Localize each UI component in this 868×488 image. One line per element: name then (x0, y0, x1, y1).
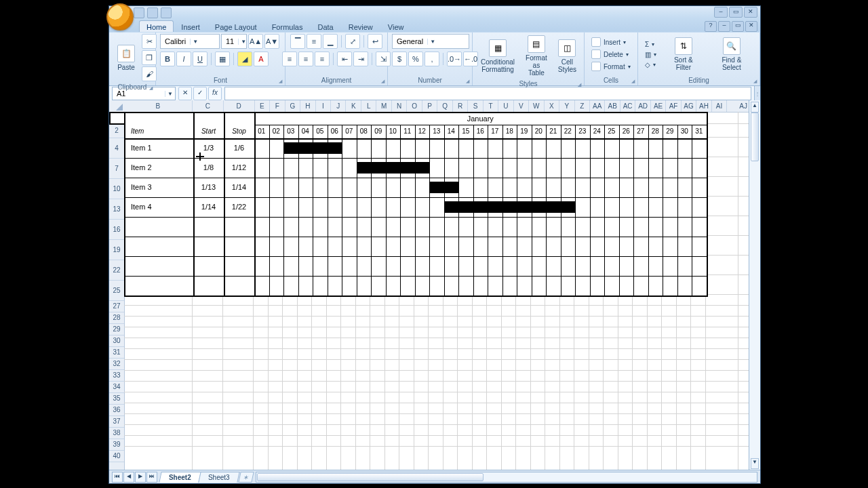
number-format-dropdown[interactable]: General▼ (392, 34, 469, 49)
column-header[interactable]: AG (682, 100, 696, 112)
column-header[interactable]: Y (559, 100, 574, 112)
wrap-text-button[interactable]: ↩ (368, 34, 382, 49)
column-header[interactable]: S (468, 100, 483, 112)
row-header[interactable]: 32 (109, 359, 124, 370)
row-header[interactable]: 22 (109, 260, 124, 281)
row-header[interactable]: 19 (109, 240, 124, 260)
cancel-formula-button[interactable]: ✕ (178, 87, 192, 100)
align-bottom-button[interactable]: ▁ (323, 34, 338, 49)
formula-bar-expand[interactable]: ⋮ (754, 86, 760, 101)
row-header[interactable]: 29 (109, 324, 124, 336)
qat-undo-icon[interactable] (147, 7, 158, 18)
align-center-button[interactable]: ≡ (298, 52, 313, 66)
column-header[interactable]: N (392, 100, 407, 112)
row-header[interactable]: 16 (109, 220, 124, 240)
column-header[interactable]: AE (651, 100, 666, 112)
horizontal-scrollbar[interactable] (256, 472, 758, 483)
tab-insert[interactable]: Insert (174, 20, 208, 32)
formula-input[interactable] (224, 87, 751, 100)
worksheet-grid[interactable]: BCDEFGHIJKLMNOPQRSTUVWXYZAAABACADAEAFAGA… (109, 100, 760, 470)
column-header[interactable]: D (224, 100, 255, 112)
percent-format-button[interactable]: % (408, 52, 423, 66)
column-header[interactable]: J (331, 100, 346, 112)
sheet-tab-1[interactable]: Sheet3 (198, 472, 239, 483)
column-header[interactable]: M (376, 100, 391, 112)
row-header[interactable]: 36 (109, 405, 124, 416)
tab-data[interactable]: Data (310, 20, 340, 32)
row-header[interactable]: 34 (109, 382, 124, 393)
last-sheet-button[interactable]: ⏭ (146, 472, 157, 483)
scroll-down-button[interactable]: ▼ (751, 458, 759, 469)
column-header[interactable]: AI (712, 100, 727, 112)
new-sheet-button[interactable]: ✶ (238, 472, 254, 483)
name-box-dropdown[interactable]: ▼ (165, 91, 175, 97)
sheet-tab-0[interactable]: Sheet2 (159, 472, 201, 483)
column-header[interactable]: AF (666, 100, 681, 112)
align-left-button[interactable]: ≡ (282, 52, 297, 66)
fill-button[interactable]: ▥▾ (642, 50, 659, 59)
clear-button[interactable]: ◇▾ (642, 60, 659, 69)
tab-review[interactable]: Review (341, 20, 380, 32)
column-header[interactable]: B (124, 100, 193, 112)
column-header[interactable]: H (300, 100, 315, 112)
row-header[interactable]: 7 (109, 159, 124, 179)
orientation-button[interactable]: ⤢ (345, 34, 360, 49)
row-header[interactable]: 35 (109, 393, 124, 405)
ribbon-help-icon[interactable]: ? (705, 21, 717, 32)
row-header[interactable]: 31 (109, 347, 124, 359)
paste-button[interactable]: 📋 Paste (113, 43, 139, 73)
bold-button[interactable]: B (160, 52, 175, 66)
borders-button[interactable]: ▦ (215, 52, 230, 66)
column-header[interactable]: O (407, 100, 422, 112)
close-button[interactable]: ✕ (744, 7, 757, 18)
column-header[interactable]: R (453, 100, 468, 112)
find-select-button[interactable]: 🔍Find & Select (708, 36, 755, 73)
comma-format-button[interactable]: , (425, 52, 439, 66)
italic-button[interactable]: I (176, 52, 191, 66)
column-header[interactable]: K (346, 100, 361, 112)
row-header[interactable]: 30 (109, 336, 124, 347)
row-header[interactable]: 13 (109, 199, 124, 220)
column-header[interactable]: AC (620, 100, 635, 112)
column-header[interactable]: C (193, 100, 224, 112)
column-header[interactable]: AA (590, 100, 605, 112)
ribbon-minimize-icon[interactable]: – (718, 21, 730, 32)
increase-decimal-button[interactable]: .0→ (447, 52, 462, 66)
column-header[interactable]: G (285, 100, 300, 112)
row-header[interactable]: 27 (109, 301, 124, 312)
font-size-dropdown[interactable]: 11▼ (221, 34, 247, 49)
office-button[interactable] (106, 3, 134, 30)
insert-cells-button[interactable]: Insert▾ (589, 37, 633, 47)
column-header[interactable]: Q (437, 100, 452, 112)
copy-button[interactable]: ❐ (142, 50, 157, 65)
column-header[interactable]: T (484, 100, 498, 112)
column-header[interactable]: L (361, 100, 376, 112)
insert-function-button[interactable]: fx (208, 87, 222, 100)
underline-button[interactable]: U (193, 52, 208, 66)
conditional-formatting-button[interactable]: ▦Conditional Formatting (477, 38, 519, 75)
scroll-up-button[interactable]: ▲ (751, 102, 759, 113)
column-header[interactable]: AB (605, 100, 620, 112)
first-sheet-button[interactable]: ⏮ (112, 472, 123, 483)
cells-area[interactable]: JanuaryItemStartStop01020304050607080910… (124, 112, 760, 470)
horizontal-scroll-thumb[interactable] (257, 473, 484, 481)
delete-cells-button[interactable]: Delete▾ (589, 49, 633, 60)
select-all-corner[interactable] (109, 100, 125, 113)
cut-button[interactable]: ✂ (142, 34, 157, 49)
row-header[interactable]: 40 (109, 451, 124, 462)
column-header[interactable]: V (514, 100, 529, 112)
enter-formula-button[interactable]: ✓ (193, 87, 207, 100)
align-top-button[interactable]: ▔ (290, 34, 305, 49)
row-header[interactable]: 1 (109, 112, 124, 124)
column-header[interactable]: AH (696, 100, 711, 112)
column-header[interactable]: X (545, 100, 559, 112)
qat-save-icon[interactable] (134, 7, 144, 18)
font-name-dropdown[interactable]: Calibri▼ (160, 34, 220, 49)
column-header[interactable]: P (422, 100, 437, 112)
tab-view[interactable]: View (380, 20, 412, 32)
grow-font-button[interactable]: A▲ (248, 34, 263, 49)
column-header[interactable]: W (529, 100, 544, 112)
format-cells-button[interactable]: Format▾ (589, 61, 633, 72)
autosum-button[interactable]: Σ▾ (642, 40, 659, 49)
row-header[interactable]: 33 (109, 370, 124, 382)
